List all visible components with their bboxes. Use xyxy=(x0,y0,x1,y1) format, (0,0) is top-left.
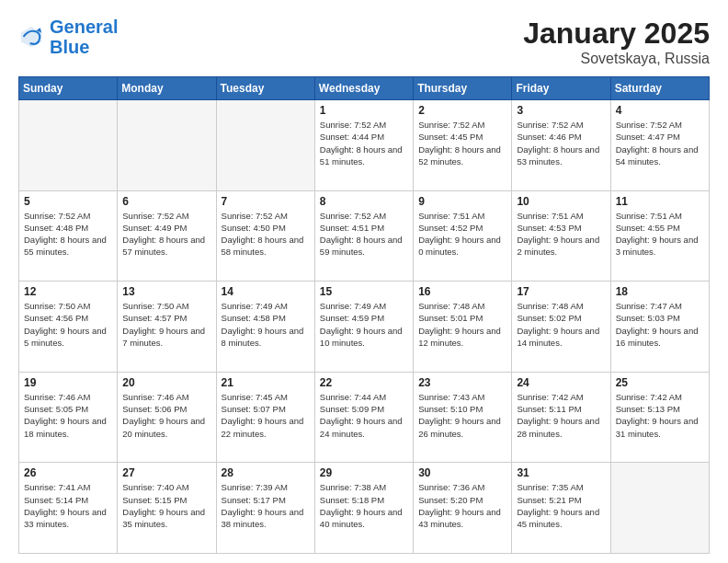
day-number: 21 xyxy=(222,376,310,389)
day-number: 25 xyxy=(616,376,704,389)
day-info: Sunrise: 7:49 AM Sunset: 4:58 PM Dayligh… xyxy=(222,300,310,349)
table-row: 27Sunrise: 7:40 AM Sunset: 5:15 PM Dayli… xyxy=(118,463,216,554)
col-wednesday: Wednesday xyxy=(314,77,413,100)
day-number: 18 xyxy=(616,285,704,298)
day-number: 8 xyxy=(320,195,408,208)
location-title: Sovetskaya, Russia xyxy=(523,51,710,67)
day-info: Sunrise: 7:51 AM Sunset: 4:52 PM Dayligh… xyxy=(418,210,506,259)
table-row: 23Sunrise: 7:43 AM Sunset: 5:10 PM Dayli… xyxy=(414,372,512,463)
day-info: Sunrise: 7:44 AM Sunset: 5:09 PM Dayligh… xyxy=(320,391,408,440)
day-info: Sunrise: 7:48 AM Sunset: 5:02 PM Dayligh… xyxy=(517,300,605,349)
logo-line2: Blue xyxy=(50,37,89,57)
day-info: Sunrise: 7:45 AM Sunset: 5:07 PM Dayligh… xyxy=(222,391,310,440)
table-row: 1Sunrise: 7:52 AM Sunset: 4:44 PM Daylig… xyxy=(314,100,413,191)
page: General Blue January 2025 Sovetskaya, Ru… xyxy=(0,0,728,563)
table-row: 17Sunrise: 7:48 AM Sunset: 5:02 PM Dayli… xyxy=(512,282,610,373)
table-row: 6Sunrise: 7:52 AM Sunset: 4:49 PM Daylig… xyxy=(118,190,216,282)
table-row: 7Sunrise: 7:52 AM Sunset: 4:50 PM Daylig… xyxy=(216,190,314,282)
calendar-header-row: Sunday Monday Tuesday Wednesday Thursday… xyxy=(19,77,710,100)
day-number: 31 xyxy=(517,466,605,479)
table-row xyxy=(610,463,709,554)
day-info: Sunrise: 7:38 AM Sunset: 5:18 PM Dayligh… xyxy=(320,481,408,530)
day-number: 6 xyxy=(122,195,210,208)
col-tuesday: Tuesday xyxy=(216,77,314,100)
logo-icon xyxy=(18,24,44,50)
day-number: 7 xyxy=(222,195,310,208)
day-info: Sunrise: 7:46 AM Sunset: 5:06 PM Dayligh… xyxy=(122,391,210,440)
day-number: 20 xyxy=(122,376,210,389)
col-thursday: Thursday xyxy=(414,77,512,100)
table-row: 16Sunrise: 7:48 AM Sunset: 5:01 PM Dayli… xyxy=(414,282,512,373)
title-area: January 2025 Sovetskaya, Russia xyxy=(523,17,710,67)
day-info: Sunrise: 7:41 AM Sunset: 5:14 PM Dayligh… xyxy=(24,481,112,530)
table-row: 14Sunrise: 7:49 AM Sunset: 4:58 PM Dayli… xyxy=(216,282,314,373)
table-row: 20Sunrise: 7:46 AM Sunset: 5:06 PM Dayli… xyxy=(118,372,216,463)
day-info: Sunrise: 7:42 AM Sunset: 5:13 PM Dayligh… xyxy=(616,391,704,440)
col-friday: Friday xyxy=(512,77,610,100)
day-number: 19 xyxy=(24,376,112,389)
top-area: General Blue January 2025 Sovetskaya, Ru… xyxy=(18,17,710,67)
table-row: 8Sunrise: 7:52 AM Sunset: 4:51 PM Daylig… xyxy=(314,190,413,282)
day-number: 27 xyxy=(122,466,210,479)
day-info: Sunrise: 7:52 AM Sunset: 4:51 PM Dayligh… xyxy=(320,210,408,259)
day-number: 24 xyxy=(517,376,605,389)
day-info: Sunrise: 7:42 AM Sunset: 5:11 PM Dayligh… xyxy=(517,391,605,440)
table-row: 4Sunrise: 7:52 AM Sunset: 4:47 PM Daylig… xyxy=(610,100,709,191)
day-number: 15 xyxy=(320,285,408,298)
day-info: Sunrise: 7:46 AM Sunset: 5:05 PM Dayligh… xyxy=(24,391,112,440)
table-row: 26Sunrise: 7:41 AM Sunset: 5:14 PM Dayli… xyxy=(19,463,118,554)
day-info: Sunrise: 7:39 AM Sunset: 5:17 PM Dayligh… xyxy=(222,481,310,530)
calendar-week-row: 5Sunrise: 7:52 AM Sunset: 4:48 PM Daylig… xyxy=(19,190,710,282)
table-row xyxy=(118,100,216,191)
day-number: 10 xyxy=(517,195,605,208)
day-number: 17 xyxy=(517,285,605,298)
day-number: 30 xyxy=(418,466,506,479)
day-number: 12 xyxy=(24,285,112,298)
day-info: Sunrise: 7:50 AM Sunset: 4:56 PM Dayligh… xyxy=(24,300,112,349)
table-row: 24Sunrise: 7:42 AM Sunset: 5:11 PM Dayli… xyxy=(512,372,610,463)
table-row: 2Sunrise: 7:52 AM Sunset: 4:45 PM Daylig… xyxy=(414,100,512,191)
day-info: Sunrise: 7:52 AM Sunset: 4:45 PM Dayligh… xyxy=(418,119,506,167)
day-number: 13 xyxy=(122,285,210,298)
table-row xyxy=(216,100,314,191)
day-number: 2 xyxy=(418,104,506,117)
table-row: 22Sunrise: 7:44 AM Sunset: 5:09 PM Dayli… xyxy=(314,372,413,463)
col-sunday: Sunday xyxy=(19,77,118,100)
table-row: 31Sunrise: 7:35 AM Sunset: 5:21 PM Dayli… xyxy=(512,463,610,554)
calendar-table: Sunday Monday Tuesday Wednesday Thursday… xyxy=(18,76,710,554)
logo-line1: General xyxy=(50,17,118,37)
calendar-week-row: 26Sunrise: 7:41 AM Sunset: 5:14 PM Dayli… xyxy=(19,463,710,554)
calendar-week-row: 19Sunrise: 7:46 AM Sunset: 5:05 PM Dayli… xyxy=(19,372,710,463)
day-info: Sunrise: 7:47 AM Sunset: 5:03 PM Dayligh… xyxy=(616,300,704,349)
table-row: 19Sunrise: 7:46 AM Sunset: 5:05 PM Dayli… xyxy=(19,372,118,463)
day-info: Sunrise: 7:52 AM Sunset: 4:44 PM Dayligh… xyxy=(320,119,408,167)
day-info: Sunrise: 7:43 AM Sunset: 5:10 PM Dayligh… xyxy=(418,391,506,440)
table-row: 10Sunrise: 7:51 AM Sunset: 4:53 PM Dayli… xyxy=(512,190,610,282)
day-info: Sunrise: 7:36 AM Sunset: 5:20 PM Dayligh… xyxy=(418,481,506,530)
logo: General Blue xyxy=(18,17,118,57)
day-number: 16 xyxy=(418,285,506,298)
table-row: 3Sunrise: 7:52 AM Sunset: 4:46 PM Daylig… xyxy=(512,100,610,191)
day-number: 1 xyxy=(320,104,408,117)
day-info: Sunrise: 7:51 AM Sunset: 4:55 PM Dayligh… xyxy=(616,210,704,259)
day-info: Sunrise: 7:48 AM Sunset: 5:01 PM Dayligh… xyxy=(418,300,506,349)
table-row: 28Sunrise: 7:39 AM Sunset: 5:17 PM Dayli… xyxy=(216,463,314,554)
day-info: Sunrise: 7:51 AM Sunset: 4:53 PM Dayligh… xyxy=(517,210,605,259)
table-row: 12Sunrise: 7:50 AM Sunset: 4:56 PM Dayli… xyxy=(19,282,118,373)
table-row: 13Sunrise: 7:50 AM Sunset: 4:57 PM Dayli… xyxy=(118,282,216,373)
day-info: Sunrise: 7:52 AM Sunset: 4:50 PM Dayligh… xyxy=(222,210,310,259)
day-info: Sunrise: 7:40 AM Sunset: 5:15 PM Dayligh… xyxy=(122,481,210,530)
table-row: 5Sunrise: 7:52 AM Sunset: 4:48 PM Daylig… xyxy=(19,190,118,282)
day-number: 11 xyxy=(616,195,704,208)
day-number: 22 xyxy=(320,376,408,389)
day-number: 29 xyxy=(320,466,408,479)
table-row: 9Sunrise: 7:51 AM Sunset: 4:52 PM Daylig… xyxy=(414,190,512,282)
day-info: Sunrise: 7:50 AM Sunset: 4:57 PM Dayligh… xyxy=(122,300,210,349)
table-row: 29Sunrise: 7:38 AM Sunset: 5:18 PM Dayli… xyxy=(314,463,413,554)
table-row: 18Sunrise: 7:47 AM Sunset: 5:03 PM Dayli… xyxy=(610,282,709,373)
table-row: 15Sunrise: 7:49 AM Sunset: 4:59 PM Dayli… xyxy=(314,282,413,373)
calendar-week-row: 1Sunrise: 7:52 AM Sunset: 4:44 PM Daylig… xyxy=(19,100,710,191)
day-number: 3 xyxy=(517,104,605,117)
table-row: 30Sunrise: 7:36 AM Sunset: 5:20 PM Dayli… xyxy=(414,463,512,554)
day-number: 5 xyxy=(24,195,112,208)
